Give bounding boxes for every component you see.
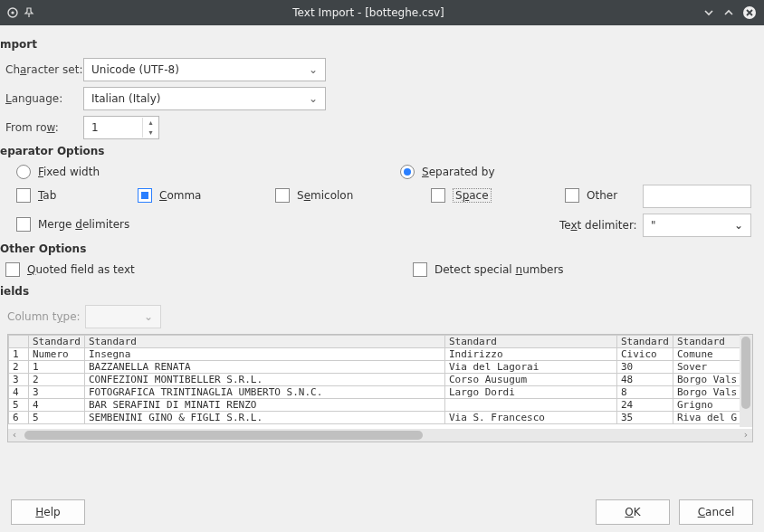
col-header[interactable]: Standard	[84, 336, 444, 348]
rownum: 4	[9, 386, 29, 399]
separated-by-label: Separated by	[422, 166, 495, 178]
vertical-scrollbar[interactable]	[740, 335, 752, 427]
rownum: 5	[9, 399, 29, 412]
checkbox-merge[interactable]	[16, 217, 31, 232]
semicolon-label: Semicolon	[297, 189, 353, 202]
text-delimiter-value: "	[651, 219, 656, 232]
quoted-label: Quoted field as text	[27, 263, 135, 276]
cell: 8	[616, 386, 673, 399]
spinner-up-icon[interactable]: ▴	[143, 118, 158, 128]
cell	[444, 399, 616, 412]
semicolon-checkbox-group[interactable]: Semicolon	[275, 188, 353, 203]
app-menu-icon[interactable]	[7, 7, 18, 18]
section-separator-heading: eparator Options	[0, 145, 753, 157]
spinner-arrows: ▴ ▾	[142, 118, 158, 138]
minimize-icon[interactable]	[702, 6, 715, 19]
col-header[interactable]: Standard	[616, 336, 673, 348]
cell: 48	[616, 374, 673, 386]
fromrow-label: From row:	[0, 121, 83, 134]
checkbox-other[interactable]	[565, 188, 579, 203]
column-type-combo: ⌄	[85, 305, 161, 328]
table-row[interactable]: 6 5 SEMBENINI GINO & FIGLI S.R.L. Via S.…	[9, 412, 752, 424]
text-delimiter-combo[interactable]: " ⌄	[643, 214, 751, 237]
horizontal-scrollbar[interactable]: ‹ ›	[8, 429, 752, 442]
separated-by-option[interactable]: Separated by	[400, 165, 495, 179]
cell: Numero	[29, 348, 85, 361]
comma-label: Comma	[159, 189, 201, 202]
titlebar-left-icons	[7, 7, 34, 18]
comma-checkbox-group[interactable]: Comma	[138, 188, 201, 203]
close-icon[interactable]	[742, 5, 757, 20]
cancel-button[interactable]: Cancel	[679, 499, 753, 525]
checkbox-tab[interactable]	[16, 188, 31, 203]
separator-mode-row: Fixed width Separated by	[16, 165, 753, 179]
cell: Insegna	[84, 348, 444, 361]
cancel-label: Cancel	[698, 506, 735, 518]
language-label: Language:	[0, 92, 83, 105]
dialog-footer: Help OK Cancel	[0, 499, 764, 525]
other-checkbox-group[interactable]: Other	[565, 188, 617, 203]
rownum: 1	[9, 348, 29, 361]
pin-icon[interactable]	[24, 7, 34, 18]
detect-label: Detect special numbers	[435, 263, 564, 276]
spinner-down-icon[interactable]: ▾	[143, 128, 158, 138]
radio-separated-by[interactable]	[400, 165, 415, 179]
scroll-left-icon[interactable]: ‹	[8, 429, 21, 442]
section-other-heading: Other Options	[0, 242, 753, 255]
preview-table[interactable]: Standard Standard Standard Standard Stan…	[8, 335, 752, 424]
cell: 24	[616, 399, 673, 412]
fromrow-spinner[interactable]: 1 ▴ ▾	[83, 116, 159, 139]
checkbox-quoted[interactable]	[5, 262, 20, 277]
table-header-row: Standard Standard Standard Standard Stan…	[9, 336, 752, 348]
detect-numbers-group[interactable]: Detect special numbers	[413, 262, 564, 277]
quoted-field-group[interactable]: Quoted field as text	[5, 262, 135, 277]
titlebar: Text Import - [botteghe.csv]	[0, 0, 764, 25]
ok-button[interactable]: OK	[596, 499, 670, 525]
fromrow-row: From row: 1 ▴ ▾	[0, 116, 753, 139]
chevron-down-icon: ⌄	[144, 310, 153, 323]
scrollbar-thumb[interactable]	[741, 337, 750, 409]
table-row[interactable]: 4 3 FOTOGRAFICA TRINTINAGLIA UMBERTO S.N…	[9, 386, 752, 399]
language-row: Language: Italian (Italy) ⌄	[0, 87, 753, 110]
cell: 2	[29, 374, 85, 386]
scroll-right-icon[interactable]: ›	[740, 429, 752, 442]
language-select[interactable]: Italian (Italy) ⌄	[83, 87, 326, 110]
merge-delimiters-group[interactable]: Merge delimiters	[16, 217, 129, 232]
dialog-content: mport Character set: Unicode (UTF-8) ⌄ L…	[0, 25, 764, 442]
column-type-label: Column type:	[7, 310, 85, 323]
checkbox-semicolon[interactable]	[275, 188, 290, 203]
table-row[interactable]: 3 2 CONFEZIONI MONTIBELLER S.R.L. Corso …	[9, 374, 752, 386]
radio-fixed-width[interactable]	[16, 165, 31, 179]
text-delimiter-label: Text delimiter:	[559, 219, 637, 232]
scrollbar-thumb[interactable]	[24, 431, 423, 440]
section-fields-heading: ields	[0, 285, 753, 298]
tab-checkbox-group[interactable]: Tab	[16, 188, 56, 203]
space-checkbox-group[interactable]: Space	[431, 188, 492, 203]
charset-row: Character set: Unicode (UTF-8) ⌄	[0, 58, 753, 81]
chevron-down-icon: ⌄	[734, 219, 743, 232]
charset-select[interactable]: Unicode (UTF-8) ⌄	[83, 58, 326, 81]
table-row[interactable]: 5 4 BAR SERAFINI DI MINATI RENZO 24 Grig…	[9, 399, 752, 412]
other-label: Other	[587, 189, 617, 202]
fixed-width-label: Fixed width	[38, 166, 100, 178]
checkbox-detect[interactable]	[413, 262, 427, 277]
col-header[interactable]: Standard	[29, 336, 85, 348]
table-row[interactable]: 1 Numero Insegna Indirizzo Civico Comune	[9, 348, 752, 361]
other-options-row: Quoted field as text Detect special numb…	[5, 262, 753, 280]
fixed-width-option[interactable]: Fixed width	[16, 165, 378, 179]
table-row[interactable]: 2 1 BAZZANELLA RENATA Via del Lagorai 30…	[9, 361, 752, 374]
help-button[interactable]: Help	[11, 499, 85, 525]
cell: 5	[29, 412, 85, 424]
space-label: Space	[453, 188, 492, 203]
rownum: 6	[9, 412, 29, 424]
checkbox-comma[interactable]	[138, 188, 152, 203]
cell: 3	[29, 386, 85, 399]
other-delimiter-input[interactable]	[643, 185, 751, 208]
rownum: 3	[9, 374, 29, 386]
cell: Via del Lagorai	[444, 361, 616, 374]
cell: FOTOGRAFICA TRINTINAGLIA UMBERTO S.N.C.	[84, 386, 444, 399]
col-header[interactable]: Standard	[444, 336, 616, 348]
checkbox-space[interactable]	[431, 188, 445, 203]
maximize-icon[interactable]	[722, 6, 735, 19]
cell: 30	[616, 361, 673, 374]
